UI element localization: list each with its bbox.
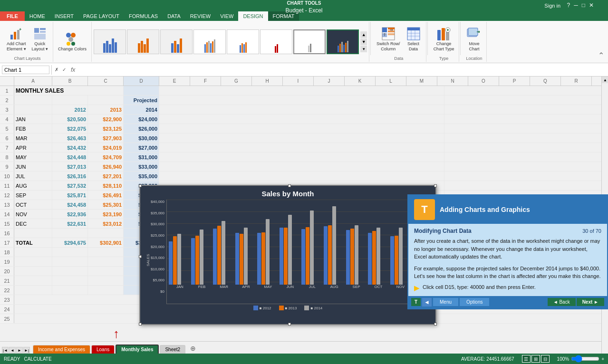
sign-in[interactable]: Sign in [544, 3, 560, 9]
chart-style-7[interactable] [293, 29, 326, 54]
cell-c3[interactable]: 2013 [88, 105, 124, 114]
resize-handle-bm[interactable] [288, 323, 291, 326]
tab-view[interactable]: VIEW [215, 11, 238, 21]
cell-b19[interactable] [52, 257, 88, 266]
col-header-b[interactable]: B [52, 77, 88, 86]
cell-c12[interactable]: $26,491 [88, 191, 124, 200]
chart-style-2[interactable] [127, 29, 159, 54]
cell-e1[interactable] [159, 86, 444, 95]
zoom-slider[interactable] [571, 356, 599, 361]
chart-styles-scroll-up[interactable]: ▲ [360, 31, 367, 38]
cancel-edit-icon[interactable]: ✗ [55, 67, 58, 72]
cell-b20[interactable] [52, 267, 88, 276]
tab-page-layout[interactable]: PAGE LAYOUT [78, 11, 124, 21]
teaching-menu-btn[interactable]: Menu [433, 298, 458, 306]
col-header-i[interactable]: I [283, 77, 314, 86]
cell-c22[interactable] [88, 286, 124, 295]
cell-a20[interactable] [14, 267, 52, 276]
col-header-q[interactable]: Q [530, 77, 561, 86]
cell-b10[interactable]: $26,316 [52, 172, 88, 181]
col-header-m[interactable]: M [406, 77, 437, 86]
move-chart-btn[interactable]: MoveChart [464, 25, 483, 53]
col-header-d[interactable]: D [124, 77, 159, 86]
cell-c7[interactable]: $24,019 [88, 143, 124, 152]
cell-d3[interactable]: 2014 [124, 105, 159, 114]
sheet-nav-last[interactable]: ►| [23, 347, 30, 354]
cell-a13[interactable]: OCT [14, 200, 52, 209]
cell-c20[interactable] [88, 267, 124, 276]
col-header-r[interactable]: R [561, 77, 592, 86]
chart-style-1[interactable] [94, 29, 126, 54]
teaching-t-btn[interactable]: T [411, 298, 421, 306]
col-header-h[interactable]: H [252, 77, 283, 86]
chart-styles-scroll-down[interactable]: ▼ [360, 38, 367, 45]
cell-a15[interactable]: DEC [14, 219, 52, 228]
resize-handle-tr[interactable] [434, 184, 437, 187]
cell-d5[interactable]: $26,000 [124, 124, 159, 133]
chart-container[interactable]: Sales by Month $40,000 $35,000 $30,000 $… [139, 185, 436, 325]
tab-design[interactable]: DESIGN [238, 11, 268, 21]
cell-c14[interactable]: $23,190 [88, 210, 124, 219]
cell-b11[interactable]: $27,532 [52, 181, 88, 190]
resize-handle-ml[interactable] [139, 255, 142, 258]
teaching-prev-arrow[interactable]: ◄ [422, 298, 432, 307]
cell-c4[interactable]: $22,900 [88, 115, 124, 124]
cell-c11[interactable]: $28,110 [88, 181, 124, 190]
chart-style-4[interactable] [193, 29, 226, 54]
cell-c17[interactable]: $302,901 [88, 238, 124, 247]
sheet-nav-first[interactable]: |◄ [2, 347, 9, 354]
col-header-l[interactable]: L [376, 77, 406, 86]
cell-a2[interactable] [14, 96, 52, 105]
cell-a14[interactable]: NOV [14, 210, 52, 219]
cell-b9[interactable]: $27,013 [52, 162, 88, 171]
col-header-c[interactable]: C [88, 77, 124, 86]
sheet-nav-prev[interactable]: ◄ [9, 347, 16, 354]
chart-style-5[interactable] [227, 29, 259, 54]
collapse-ribbon-btn[interactable]: ⌃ [598, 51, 604, 60]
cell-b15[interactable]: $22,631 [52, 219, 88, 228]
quick-layout-btn[interactable]: QuickLayout ▾ [30, 25, 50, 53]
minimize-btn[interactable]: ─ [574, 2, 578, 9]
sheet-tab-loans[interactable]: Loans [91, 345, 115, 354]
col-header-a[interactable]: A [14, 77, 52, 86]
cell-b17[interactable]: $294,675 [52, 238, 88, 247]
col-header-j[interactable]: J [314, 77, 345, 86]
cell-c18[interactable] [88, 248, 124, 257]
col-header-f[interactable]: F [190, 77, 221, 86]
chart-style-8[interactable] [327, 29, 359, 54]
teaching-back-btn[interactable]: ◄ Back [548, 298, 576, 306]
scroll-up-btn[interactable]: ▲ [602, 77, 608, 83]
resize-handle-tm[interactable] [288, 184, 291, 187]
change-colors-btn[interactable]: Change Colors [56, 30, 88, 53]
cell-b16[interactable] [52, 229, 88, 238]
tab-review[interactable]: REVIEW [185, 11, 215, 21]
cell-a19[interactable] [14, 257, 52, 266]
cell-a8[interactable]: MAY [14, 153, 52, 162]
close-btn[interactable]: ✕ [589, 2, 594, 9]
sheet-tab-income[interactable]: Income and Expenses [33, 345, 90, 354]
chart-styles-more[interactable]: ▾ [360, 46, 367, 52]
switch-row-column-btn[interactable]: Switch Row/Column [375, 25, 402, 53]
cell-c9[interactable]: $26,940 [88, 162, 124, 171]
cell-d6[interactable]: $30,000 [124, 134, 159, 143]
sheet-tab-sheet2[interactable]: Sheet2 [160, 345, 185, 354]
chart-style-6[interactable] [260, 29, 292, 54]
cell-a1[interactable]: MONTHLY SALES [14, 86, 124, 95]
cell-b18[interactable] [52, 248, 88, 257]
change-chart-type-btn[interactable]: ChangeChart Type [432, 25, 456, 53]
formula-input[interactable] [79, 67, 606, 73]
cell-a10[interactable]: JUL [14, 172, 52, 181]
tab-formulas[interactable]: FORMULAS [124, 11, 163, 21]
col-header-k[interactable]: K [345, 77, 376, 86]
cell-d9[interactable]: $33,000 [124, 162, 159, 171]
cell-d10[interactable]: $35,000 [124, 172, 159, 181]
cell-b8[interactable]: $24,448 [52, 153, 88, 162]
tab-home[interactable]: HOME [25, 11, 50, 21]
cell-c21[interactable] [88, 276, 124, 285]
cell-b22[interactable] [52, 286, 88, 295]
cell-b13[interactable]: $24,458 [52, 200, 88, 209]
cell-b4[interactable]: $20,500 [52, 115, 88, 124]
help-btn[interactable]: ? [567, 2, 570, 9]
cell-d4[interactable]: $24,000 [124, 115, 159, 124]
cell-a4[interactable]: JAN [14, 115, 52, 124]
